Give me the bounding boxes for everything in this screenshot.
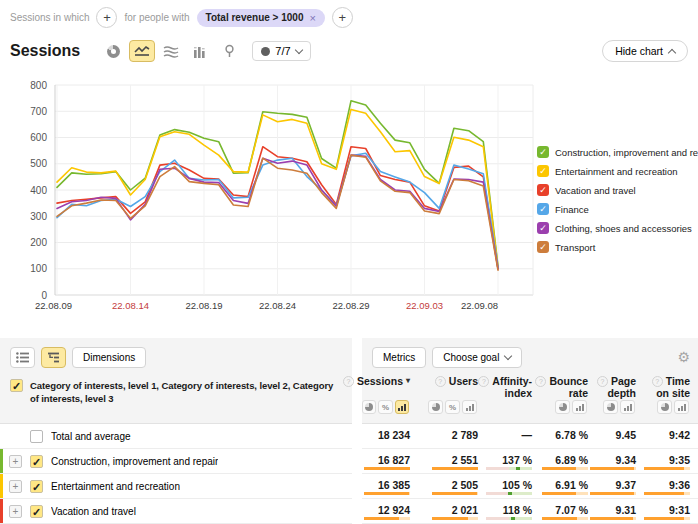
metric-bar <box>542 492 588 495</box>
remove-filter-icon[interactable]: × <box>309 12 315 24</box>
expand-row-button[interactable]: + <box>9 455 22 468</box>
row-checkbox[interactable]: ✓ <box>30 480 43 493</box>
legend-checkbox-icon: ✓ <box>537 165 549 177</box>
metric-cell: 9.31 <box>588 499 636 523</box>
legend-item-5[interactable]: ✓Transport <box>537 241 698 253</box>
column-header-sessions[interactable]: ?Sessions▾ <box>362 372 410 399</box>
help-icon: ? <box>478 376 489 387</box>
row-label[interactable]: Construction, improvement and repair <box>51 456 218 467</box>
table-settings-gear-icon[interactable]: ⚙ <box>677 350 690 364</box>
metrics-button[interactable]: Metrics <box>372 347 426 368</box>
column-header-time[interactable]: ?Timeon site <box>636 372 690 399</box>
series-bubble-icon <box>261 47 270 56</box>
pie-display-mode-button[interactable] <box>362 400 376 414</box>
columns-chart-icon <box>193 45 208 58</box>
bars-display-mode-button[interactable] <box>395 400 409 414</box>
hide-chart-label: Hide chart <box>615 45 663 57</box>
legend-label: Finance <box>555 204 589 215</box>
bars-display-mode-button[interactable] <box>620 400 635 414</box>
metric-cell: 9.34 <box>588 449 636 473</box>
page-title: Sessions <box>10 42 80 60</box>
add-session-condition-button[interactable]: + <box>96 7 117 28</box>
bar-chart-icon <box>466 403 474 411</box>
add-user-condition-button[interactable]: + <box>332 7 353 28</box>
x-axis-tick-label: 22.08.14 <box>112 300 149 311</box>
legend-item-3[interactable]: ✓Finance <box>537 203 698 215</box>
metric-value: 9:31 <box>636 499 690 516</box>
legend-item-0[interactable]: ✓Construction, improvement and repair <box>537 146 698 158</box>
pie-display-mode-button[interactable] <box>555 400 570 414</box>
metric-bar <box>644 467 690 470</box>
bars-display-mode-button[interactable] <box>674 400 689 414</box>
expand-row-button[interactable]: + <box>9 480 22 493</box>
expand-row-button[interactable]: + <box>9 505 22 518</box>
pie-display-mode-button[interactable] <box>603 400 618 414</box>
metric-cell: 2 021 <box>410 499 478 523</box>
row-checkbox[interactable] <box>30 430 43 443</box>
metric-value: 2 789 <box>410 424 478 441</box>
columns-chart-type-button[interactable] <box>187 40 213 62</box>
stacked-area-type-button[interactable] <box>158 40 184 62</box>
choose-goal-dropdown[interactable]: Choose goal <box>432 347 522 368</box>
pie-chart-icon <box>107 45 120 58</box>
pie-chart-icon <box>661 403 669 411</box>
percent-display-mode-button[interactable]: % <box>378 400 392 414</box>
metric-cell: 18 234 <box>362 424 410 448</box>
legend-item-4[interactable]: ✓Clothing, shoes and accessories <box>537 222 698 234</box>
line-chart-icon <box>134 45 150 57</box>
row-label[interactable]: Entertainment and recreation <box>51 481 180 492</box>
metric-bar <box>542 467 588 470</box>
pie-display-mode-button[interactable] <box>428 400 443 414</box>
bars-display-mode-button[interactable] <box>572 400 587 414</box>
filter-chip-label: Total revenue > 1000 <box>206 12 304 23</box>
series-count-dropdown[interactable]: 7/7 <box>252 41 310 61</box>
map-chart-type-button[interactable] <box>216 40 242 62</box>
flat-list-view-button[interactable] <box>10 347 35 368</box>
y-axis-tick-label: 800 <box>30 80 47 91</box>
column-header-label: Affinity- <box>492 375 532 387</box>
chart-type-switcher <box>100 40 242 62</box>
column-header-label: Users <box>449 375 478 387</box>
dimension-select-all-checkbox[interactable]: ✓ <box>10 379 23 392</box>
chevron-down-icon <box>294 45 302 53</box>
chart-legend: ✓Construction, improvement and repair✓En… <box>537 146 698 260</box>
legend-item-2[interactable]: ✓Vacation and travel <box>537 184 698 196</box>
help-icon: ? <box>343 376 354 387</box>
metric-cell: 6.91 % <box>532 474 588 498</box>
metric-value: 9:42 <box>636 424 690 441</box>
tree-view-icon <box>47 352 60 363</box>
hide-chart-button[interactable]: Hide chart <box>602 40 688 62</box>
row-checkbox[interactable]: ✓ <box>30 505 43 518</box>
column-header-page[interactable]: ?Pagedepth <box>588 372 636 399</box>
metric-cell: 16 827 <box>362 449 410 473</box>
metrics-toolbar: Metrics Choose goal ⚙ <box>362 338 698 370</box>
bars-display-mode-button[interactable] <box>462 400 477 414</box>
pie-chart-icon <box>559 403 567 411</box>
metric-value: 16 827 <box>362 449 410 466</box>
metric-value: 9:35 <box>636 449 690 466</box>
legend-checkbox-icon: ✓ <box>537 222 549 234</box>
column-header-label: Time <box>666 375 690 387</box>
metric-cell: 118 % <box>478 499 532 523</box>
column-header-affinity[interactable]: ?Affinity-index <box>478 372 532 399</box>
pie-chart-type-button[interactable] <box>100 40 126 62</box>
legend-item-1[interactable]: ✓Entertainment and recreation <box>537 165 698 177</box>
pie-display-mode-button[interactable] <box>657 400 672 414</box>
metric-value: 9.37 <box>588 474 636 491</box>
row-checkbox[interactable]: ✓ <box>30 455 43 468</box>
percent-display-mode-button[interactable]: % <box>445 400 460 414</box>
dimensions-button[interactable]: Dimensions <box>72 347 146 368</box>
metric-column-headers: ?Sessions▾?Users?Affinity-index?Bouncera… <box>362 372 690 399</box>
column-header-bounce[interactable]: ?Bouncerate <box>532 372 588 399</box>
column-header-users[interactable]: ?Users <box>410 372 478 399</box>
row-label[interactable]: Vacation and travel <box>51 506 136 517</box>
series-color-stripe <box>0 449 3 473</box>
metric-value: 118 % <box>478 499 532 516</box>
tree-view-button[interactable] <box>41 347 66 368</box>
filter-chip-total-revenue[interactable]: Total revenue > 1000 × <box>197 9 325 27</box>
line-chart-type-button[interactable] <box>129 40 155 62</box>
table-row: Total and average18 2342 789—6.78 %9.459… <box>0 424 698 449</box>
y-axis-tick-label: 600 <box>30 132 47 143</box>
dimensions-toolbar-band: Dimensions ✓ Category of interests, leve… <box>0 338 352 424</box>
column-header-label-line2: index <box>478 387 532 399</box>
